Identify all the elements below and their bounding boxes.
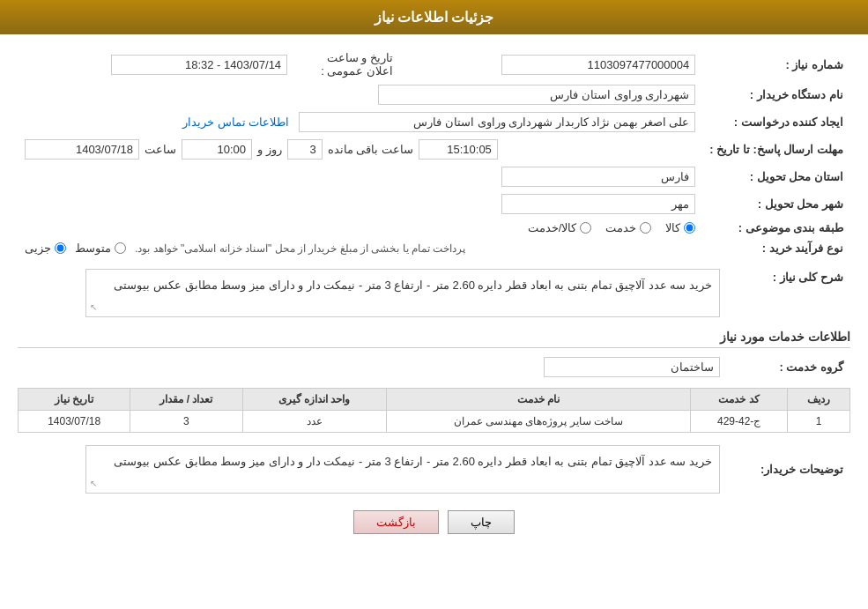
row-ostan: استان محل تحویل : فارس [18, 163, 850, 190]
nooe-motavasset-label: متوسط [75, 241, 111, 255]
nooe-motavasset-radio[interactable] [115, 242, 126, 254]
tabaqe-label: طبقه بندی موضوعی : [702, 218, 850, 238]
table-header-row: ردیف کد خدمت نام خدمت واحد اندازه گیری ت… [19, 389, 850, 411]
nooe-jozi-label: جزیی [25, 241, 51, 255]
content-area: شماره نیاز : 1103097477000004 تاریخ و سا… [0, 34, 868, 561]
row-mohlat: مهلت ارسال پاسخ: تا تاریخ : 1403/07/18 س… [18, 136, 850, 163]
print-button[interactable]: چاپ [448, 510, 515, 534]
tabaqe-khadamat-radio[interactable] [640, 222, 651, 234]
gorohe-value-cell: ساختمان [18, 353, 727, 381]
tarikh-label: تاریخ و ساعت اعلان عمومی : [294, 48, 400, 81]
shomare-label: شماره نیاز : [702, 48, 850, 81]
col-name: نام خدمت [386, 389, 691, 411]
gorohe-label: گروه خدمت : [727, 353, 850, 381]
ostan-value-cell: فارس [18, 163, 702, 190]
row-dastgah: نام دستگاه خریدار : شهرداری وراوی استان … [18, 81, 850, 108]
tozihat-table: توضیحات خریدار: خرید سه عدد آلاچیق تمام … [18, 442, 850, 497]
tabaqe-khadamat-label: خدمت [605, 221, 636, 234]
button-container: چاپ بازگشت [18, 510, 850, 534]
sharh-table: شرح کلی نیاز : خرید سه عدد آلاچیق تمام ب… [18, 265, 850, 321]
gorohe-table: گروه خدمت : ساختمان [18, 353, 850, 381]
col-unit: واحد اندازه گیری [242, 389, 386, 411]
row-gorohe: گروه خدمت : ساختمان [18, 353, 850, 381]
items-table-head: ردیف کد خدمت نام خدمت واحد اندازه گیری ت… [19, 389, 850, 411]
cell-radif: 1 [787, 411, 849, 433]
page-header: جزئیات اطلاعات نیاز [0, 0, 868, 34]
row-tabaqe: طبقه بندی موضوعی : کالا خدمت [18, 218, 850, 238]
tabaqe-kala: کالا [665, 221, 695, 234]
nooe-note: پرداخت تمام یا بخشی از مبلغ خریدار از مح… [135, 242, 465, 255]
ostan-value: فارس [501, 167, 695, 187]
tabaqe-kala-label: کالا [665, 221, 680, 234]
tabaqe-value-cell: کالا خدمت کالا/خدمت [18, 218, 702, 238]
nooe-jozi: جزیی [25, 241, 66, 255]
items-table-body: 1 ج-42-429 ساخت سایر پروژه‌های مهندسی عم… [19, 411, 850, 433]
tarikh-value-cell: 1403/07/14 - 18:32 [18, 48, 294, 81]
row-shomare: شماره نیاز : 1103097477000004 تاریخ و سا… [18, 48, 850, 81]
tabaqe-khadamat: خدمت [605, 221, 651, 234]
main-info-table: شماره نیاز : 1103097477000004 تاریخ و سا… [18, 48, 850, 258]
mohlat-mande-label: ساعت باقی مانده [328, 143, 413, 156]
page-container: جزئیات اطلاعات نیاز شماره نیاز : 1103097… [0, 0, 868, 609]
col-tedad: تعداد / مقدار [130, 389, 242, 411]
mohlat-value-cell: 1403/07/18 ساعت 10:00 روز و 3 ساعت باقی … [18, 136, 702, 163]
col-code: کد خدمت [691, 389, 788, 411]
mohlat-mande-value: 15:10:05 [419, 139, 498, 160]
cell-tedad: 3 [130, 411, 242, 433]
cell-unit: عدد [242, 411, 386, 433]
mohlat-rooz-label: روز و [257, 143, 282, 156]
cell-code: ج-42-429 [691, 411, 788, 433]
row-nooe: نوع فرآیند خرید : جزیی متوسط پرداخت تمام… [18, 238, 850, 258]
header-title: جزئیات اطلاعات نیاز [375, 10, 494, 25]
row-ijad: ایجاد کننده درخواست : علی اصغر بهمن نژاد… [18, 108, 850, 136]
etelaat-tamas-link[interactable]: اطلاعات تماس خریدار [182, 115, 289, 129]
ostan-label: استان محل تحویل : [702, 163, 850, 190]
nooe-jozi-radio[interactable] [55, 242, 66, 254]
mohlat-saat-label: ساعت [145, 143, 176, 156]
cell-tarikh: 1403/07/18 [19, 411, 130, 433]
tabaqe-radio-group: کالا خدمت کالا/خدمت [25, 221, 695, 234]
mohlat-label: مهلت ارسال پاسخ: تا تاریخ : [702, 136, 850, 163]
tabaqe-kala-khadamat-label: کالا/خدمت [528, 221, 577, 234]
nooe-row: جزیی متوسط پرداخت تمام یا بخشی از مبلغ خ… [25, 241, 695, 255]
ijad-value-cell: علی اصغر بهمن نژاد کاربدار شهرداری وراوی… [18, 108, 702, 136]
tabaqe-kala-radio[interactable] [684, 222, 695, 234]
table-row: 1 ج-42-429 ساخت سایر پروژه‌های مهندسی عم… [19, 411, 850, 433]
shahr-value: مهر [501, 194, 695, 214]
shomare-value-cell: 1103097477000004 [400, 48, 702, 81]
mohlat-saat: 10:00 [182, 139, 252, 160]
shahr-label: شهر محل تحویل : [702, 190, 850, 218]
sharh-label: شرح کلی نیاز : [727, 265, 850, 321]
shomare-value: 1103097477000004 [501, 55, 695, 75]
dastgah-value-cell: شهرداری وراوی استان فارس [18, 81, 702, 108]
tabaqe-kala-khadamat-radio[interactable] [580, 222, 591, 234]
mohlat-row: 1403/07/18 ساعت 10:00 روز و 3 ساعت باقی … [25, 139, 695, 160]
mohlat-rooz: 3 [287, 139, 323, 160]
row-tozihat: توضیحات خریدار: خرید سه عدد آلاچیق تمام … [18, 442, 850, 497]
sharh-value-cell: خرید سه عدد آلاچیق تمام بتنی به ابعاد قط… [18, 265, 727, 321]
gorohe-value: ساختمان [544, 357, 720, 377]
ijad-value: علی اصغر بهمن نژاد کاربدار شهرداری وراوی… [299, 112, 695, 132]
nooe-label: نوع فرآیند خرید : [702, 238, 850, 258]
tarikh-value: 1403/07/14 - 18:32 [111, 55, 287, 75]
dastgah-label: نام دستگاه خریدار : [702, 81, 850, 108]
ijad-label: ایجاد کننده درخواست : [702, 108, 850, 136]
tozihat-value: خرید سه عدد آلاچیق تمام بتنی به ابعاد قط… [85, 445, 720, 494]
back-button[interactable]: بازگشت [353, 510, 439, 534]
row-sharh: شرح کلی نیاز : خرید سه عدد آلاچیق تمام ب… [18, 265, 850, 321]
col-tarikh: تاریخ نیاز [19, 389, 130, 411]
mohlat-date: 1403/07/18 [25, 139, 139, 160]
items-table: ردیف کد خدمت نام خدمت واحد اندازه گیری ت… [18, 388, 850, 433]
col-radif: ردیف [787, 389, 849, 411]
sharh-value: خرید سه عدد آلاچیق تمام بتنی به ابعاد قط… [85, 269, 720, 317]
dastgah-value: شهرداری وراوی استان فارس [378, 85, 695, 105]
khadamat-section-title: اطلاعات خدمات مورد نیاز [18, 330, 850, 348]
nooe-motavasset: متوسط [75, 241, 126, 255]
tabaqe-kala-khadamat: کالا/خدمت [528, 221, 592, 234]
row-shahr: شهر محل تحویل : مهر [18, 190, 850, 218]
tozihat-value-cell: خرید سه عدد آلاچیق تمام بتنی به ابعاد قط… [18, 442, 727, 497]
cell-name: ساخت سایر پروژه‌های مهندسی عمران [386, 411, 691, 433]
tozihat-label: توضیحات خریدار: [727, 442, 850, 497]
nooe-value-cell: جزیی متوسط پرداخت تمام یا بخشی از مبلغ خ… [18, 238, 702, 258]
shahr-value-cell: مهر [18, 190, 702, 218]
